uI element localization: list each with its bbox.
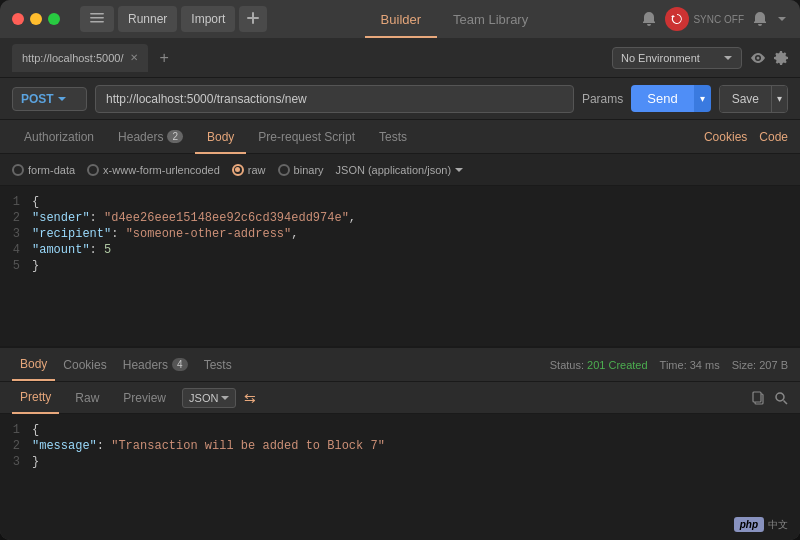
notifications-icon[interactable] <box>641 11 657 27</box>
url-input[interactable] <box>95 85 574 113</box>
resp-tab-body[interactable]: Body <box>12 349 55 381</box>
resp-line-1: 1 { <box>0 422 800 438</box>
environment-select[interactable]: No Environment <box>612 47 742 69</box>
php-badge: php <box>734 517 764 532</box>
json-type-select[interactable]: JSON (application/json) <box>336 164 464 176</box>
add-tab-button[interactable]: + <box>156 49 173 67</box>
resp-tab-cookies[interactable]: Cookies <box>55 349 114 381</box>
send-dropdown-button[interactable]: ▾ <box>694 85 711 112</box>
form-data-option[interactable]: form-data <box>12 164 75 176</box>
url-tab-bar: http://localhost:5000/ ✕ + No Environmen… <box>0 38 800 78</box>
svg-rect-1 <box>90 17 104 19</box>
minimize-button[interactable] <box>30 13 42 25</box>
raw-option[interactable]: raw <box>232 164 266 176</box>
sidebar-toggle-button[interactable] <box>80 6 114 32</box>
titlebar-right: SYNC OFF <box>641 7 788 31</box>
params-button[interactable]: Params <box>582 92 623 106</box>
svg-rect-4 <box>252 12 254 24</box>
request-body-editor[interactable]: 1 { 2 "sender": "d4ee26eee15148ee92c6cd3… <box>0 186 800 346</box>
main-tabs: Builder Team Library <box>267 0 641 38</box>
resp-line-2: 2 "message": "Transaction will be added … <box>0 438 800 454</box>
titlebar: Runner Import Builder Team Library <box>0 0 800 38</box>
resp-format-pretty[interactable]: Pretty <box>12 382 59 414</box>
cookies-link[interactable]: Cookies <box>704 130 747 144</box>
settings-icon[interactable] <box>774 51 788 65</box>
search-response-icon[interactable] <box>774 391 788 405</box>
chevron-down-icon[interactable] <box>776 13 788 25</box>
svg-line-9 <box>784 400 788 404</box>
code-line-1: 1 { <box>0 194 800 210</box>
subtab-body[interactable]: Body <box>195 120 246 154</box>
watermark: php 中文 <box>734 517 788 532</box>
format-icon[interactable]: ⇆ <box>244 390 256 406</box>
json-format-select[interactable]: JSON <box>182 388 236 408</box>
raw-radio[interactable] <box>232 164 244 176</box>
svg-rect-0 <box>90 13 104 15</box>
resp-format-preview[interactable]: Preview <box>115 382 174 414</box>
resp-headers-badge: 4 <box>172 358 188 371</box>
sync-icon <box>665 7 689 31</box>
subtab-tests[interactable]: Tests <box>367 120 419 154</box>
body-options: form-data x-www-form-urlencoded raw bina… <box>0 154 800 186</box>
url-tab[interactable]: http://localhost:5000/ ✕ <box>12 44 148 72</box>
svg-point-5 <box>757 56 760 59</box>
close-tab-icon[interactable]: ✕ <box>130 52 138 63</box>
code-line-3: 3 "recipient": "someone-other-address", <box>0 226 800 242</box>
subtab-headers[interactable]: Headers 2 <box>106 120 195 154</box>
form-data-radio[interactable] <box>12 164 24 176</box>
response-tabs-row: Body Cookies Headers 4 Tests Status: 201… <box>0 348 800 382</box>
headers-badge: 2 <box>167 130 183 143</box>
code-line-4: 4 "amount": 5 <box>0 242 800 258</box>
send-group: Send ▾ <box>631 85 710 112</box>
import-button[interactable]: Import <box>181 6 235 32</box>
sync-button[interactable]: SYNC OFF <box>665 7 744 31</box>
response-body: 1 { 2 "message": "Transaction will be ad… <box>0 414 800 540</box>
copy-response-icon[interactable] <box>752 391 766 405</box>
runner-button[interactable]: Runner <box>118 6 177 32</box>
subtab-right-actions: Cookies Code <box>704 130 788 144</box>
binary-option[interactable]: binary <box>278 164 324 176</box>
request-subtabs: Authorization Headers 2 Body Pre-request… <box>0 120 800 154</box>
nav-buttons: Runner Import <box>80 6 267 32</box>
close-button[interactable] <box>12 13 24 25</box>
code-link[interactable]: Code <box>759 130 788 144</box>
cn-text: 中文 <box>768 518 788 532</box>
subtab-authorization[interactable]: Authorization <box>12 120 106 154</box>
main-content: POST Params Send ▾ Save ▾ Authorization … <box>0 78 800 540</box>
time-value: 34 ms <box>690 359 720 371</box>
maximize-button[interactable] <box>48 13 60 25</box>
tab-builder[interactable]: Builder <box>365 0 437 38</box>
response-icons <box>752 391 788 405</box>
subtab-pre-request[interactable]: Pre-request Script <box>246 120 367 154</box>
resp-tab-headers[interactable]: Headers 4 <box>115 349 196 381</box>
url-encoded-option[interactable]: x-www-form-urlencoded <box>87 164 220 176</box>
svg-rect-2 <box>90 21 104 23</box>
svg-point-8 <box>776 393 784 401</box>
resp-line-3: 3 } <box>0 454 800 470</box>
status-value: 201 Created <box>587 359 648 371</box>
bell-icon[interactable] <box>752 11 768 27</box>
resp-format-raw[interactable]: Raw <box>67 382 107 414</box>
eye-icon[interactable] <box>750 52 766 64</box>
code-line-2: 2 "sender": "d4ee26eee15148ee92c6cd394ed… <box>0 210 800 226</box>
url-encoded-radio[interactable] <box>87 164 99 176</box>
response-toolbar: Pretty Raw Preview JSON ⇆ <box>0 382 800 414</box>
request-row: POST Params Send ▾ Save ▾ <box>0 78 800 120</box>
new-request-button[interactable] <box>239 6 267 32</box>
binary-radio[interactable] <box>278 164 290 176</box>
size-value: 207 B <box>759 359 788 371</box>
tab-team-library[interactable]: Team Library <box>437 0 544 38</box>
window-controls <box>12 13 60 25</box>
send-button[interactable]: Send <box>631 85 693 112</box>
response-section: Body Cookies Headers 4 Tests Status: 201… <box>0 346 800 540</box>
method-select[interactable]: POST <box>12 87 87 111</box>
save-group: Save ▾ <box>719 85 788 113</box>
code-line-5: 5 } <box>0 258 800 274</box>
response-stats: Status: 201 Created Time: 34 ms Size: 20… <box>550 359 788 371</box>
app-window: Runner Import Builder Team Library <box>0 0 800 540</box>
svg-rect-7 <box>753 392 761 402</box>
save-button[interactable]: Save <box>720 86 771 112</box>
resp-tab-tests[interactable]: Tests <box>196 349 240 381</box>
save-dropdown-button[interactable]: ▾ <box>771 86 787 112</box>
